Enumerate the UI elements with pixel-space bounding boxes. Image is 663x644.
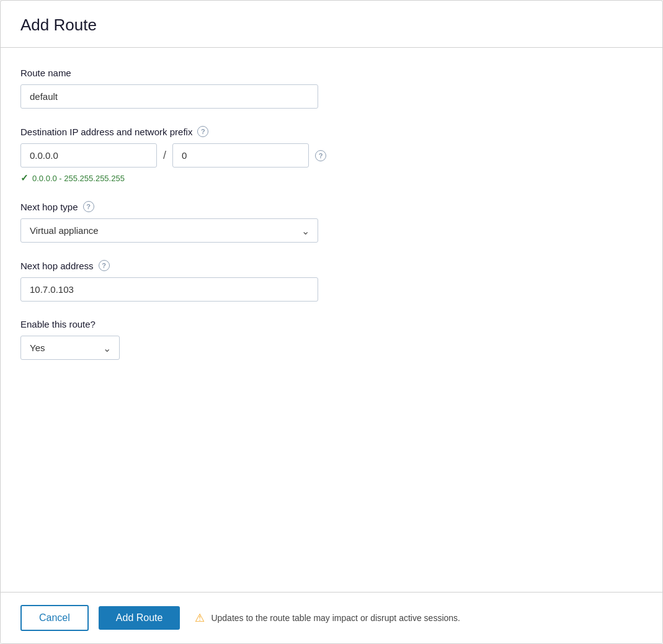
route-name-input[interactable] <box>20 84 318 109</box>
enable-route-select-wrapper: Yes No ⌄ <box>20 336 120 360</box>
slash-separator: / <box>163 149 166 162</box>
next-hop-type-group: Next hop type ? Virtual appliance Intern… <box>20 201 643 243</box>
check-icon: ✓ <box>20 172 29 184</box>
warning-icon: ⚠ <box>195 611 205 625</box>
add-route-button[interactable]: Add Route <box>99 606 180 630</box>
next-hop-type-label: Next hop type ? <box>20 201 643 212</box>
next-hop-type-select-wrapper: Virtual appliance Internet None VNet gat… <box>20 218 318 243</box>
next-hop-type-select[interactable]: Virtual appliance Internet None VNet gat… <box>20 218 318 243</box>
route-name-group: Route name <box>20 68 643 109</box>
route-name-label: Route name <box>20 68 643 78</box>
modal-body: Route name Destination IP address and ne… <box>1 48 662 592</box>
validation-text: ✓ 0.0.0.0 - 255.255.255.255 <box>20 172 643 184</box>
next-hop-address-help-icon[interactable]: ? <box>99 260 110 271</box>
next-hop-type-help-icon[interactable]: ? <box>83 201 94 212</box>
next-hop-address-input[interactable] <box>20 277 318 302</box>
cancel-button[interactable]: Cancel <box>20 605 89 631</box>
modal-footer: Cancel Add Route ⚠ Updates to the route … <box>1 592 662 643</box>
modal-title: Add Route <box>20 16 643 35</box>
next-hop-address-group: Next hop address ? <box>20 260 643 302</box>
enable-route-group: Enable this route? Yes No ⌄ <box>20 319 643 360</box>
prefix-help-icon[interactable]: ? <box>315 150 326 161</box>
next-hop-address-label: Next hop address ? <box>20 260 643 271</box>
destination-ip-label: Destination IP address and network prefi… <box>20 126 643 137</box>
modal-header: Add Route <box>1 1 662 47</box>
warning-message: ⚠ Updates to the route table may impact … <box>195 611 460 625</box>
add-route-modal: Add Route Route name Destination IP addr… <box>0 0 663 644</box>
enable-route-label: Enable this route? <box>20 319 643 329</box>
destination-ip-help-icon[interactable]: ? <box>197 126 208 137</box>
ip-address-input[interactable] <box>20 143 157 168</box>
enable-route-select[interactable]: Yes No <box>20 336 120 360</box>
prefix-input[interactable] <box>172 143 309 168</box>
ip-prefix-row: / ? <box>20 143 318 168</box>
destination-ip-group: Destination IP address and network prefi… <box>20 126 643 184</box>
warning-text: Updates to the route table may impact or… <box>211 613 460 623</box>
